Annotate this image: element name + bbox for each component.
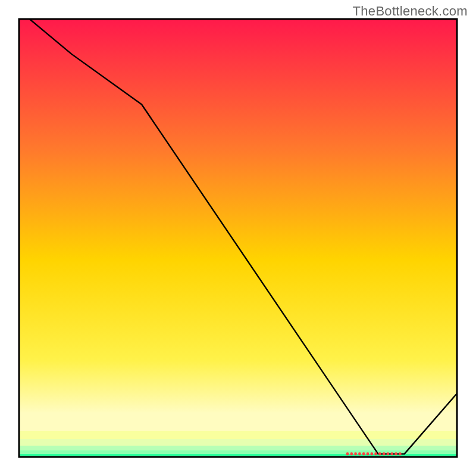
svg-rect-17 (391, 452, 393, 455)
svg-rect-16 (387, 452, 389, 455)
svg-rect-18 (394, 452, 397, 455)
svg-rect-15 (383, 452, 385, 455)
svg-rect-2 (19, 439, 457, 446)
chart-canvas: TheBottleneck.com (0, 0, 476, 476)
svg-rect-14 (378, 452, 381, 455)
svg-rect-11 (367, 452, 369, 455)
svg-rect-7 (350, 452, 353, 455)
gradient-background (19, 19, 457, 457)
watermark-text: TheBottleneck.com (353, 4, 468, 19)
svg-rect-3 (19, 446, 457, 450)
svg-rect-6 (346, 452, 349, 455)
svg-rect-19 (399, 452, 401, 455)
svg-rect-13 (374, 452, 377, 455)
svg-rect-9 (358, 452, 361, 455)
svg-rect-12 (371, 452, 373, 455)
svg-rect-8 (354, 452, 356, 455)
chart-svg (0, 0, 476, 476)
svg-rect-1 (19, 431, 457, 439)
svg-rect-10 (362, 452, 365, 455)
